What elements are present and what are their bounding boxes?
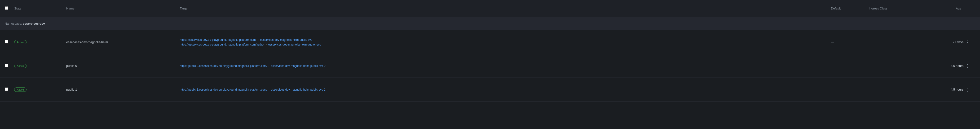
table-body: Active esservices-dev-magnolia-helm http… xyxy=(0,31,980,102)
default-value: — xyxy=(831,88,834,91)
ingress-table: State ↕ Name ↕ Target ↕ Default ↕ Ingres xyxy=(0,0,980,102)
row-checkbox-container xyxy=(5,40,14,44)
table-row: Active public-0 https://public-0.esservi… xyxy=(0,54,980,78)
row-default: — xyxy=(831,40,869,44)
age-value: 4.6 hours xyxy=(951,64,963,68)
resource-name[interactable]: public-1 xyxy=(66,88,77,91)
target-row: https://public-1.esservices-dev.eu-playg… xyxy=(180,88,831,91)
row-checkbox-container xyxy=(5,87,14,92)
target-url[interactable]: https://public-0.esservices-dev.eu-playg… xyxy=(180,64,267,68)
header-name[interactable]: Name ↕ xyxy=(66,6,180,10)
row-target: https://public-1.esservices-dev.eu-playg… xyxy=(180,88,831,91)
namespace-row: Namespace: esservices-dev xyxy=(0,17,980,31)
more-actions-button[interactable]: ⋮ xyxy=(963,39,972,46)
header-default[interactable]: Default ↕ xyxy=(831,6,869,10)
default-value: — xyxy=(831,40,834,44)
row-name: public-1 xyxy=(66,88,180,91)
row-checkbox[interactable] xyxy=(5,64,8,67)
header-age[interactable]: Age ↕ xyxy=(921,6,963,10)
default-header-label: Default xyxy=(831,6,841,10)
row-actions: ⋮ xyxy=(963,86,975,93)
more-actions-button[interactable]: ⋮ xyxy=(963,86,972,93)
age-value: 4.5 hours xyxy=(951,88,963,91)
row-actions: ⋮ xyxy=(963,62,975,69)
header-target[interactable]: Target ↕ xyxy=(180,6,831,10)
age-sort-icon: ↕ xyxy=(962,7,963,10)
state-sort-icon: ↕ xyxy=(22,7,24,10)
ingress-class-sort-icon: ↕ xyxy=(888,7,889,10)
row-actions: ⋮ xyxy=(963,39,975,46)
target-url[interactable]: https://public-1.esservices-dev.eu-playg… xyxy=(180,88,267,91)
target-url[interactable]: https://esservices-dev.eu-playground.mag… xyxy=(180,43,264,46)
header-ingress-class[interactable]: Ingress Class ↕ xyxy=(869,6,921,10)
target-cell: https://public-0.esservices-dev.eu-playg… xyxy=(180,64,831,68)
row-checkbox[interactable] xyxy=(5,87,8,91)
row-target: https://public-0.esservices-dev.eu-playg… xyxy=(180,64,831,68)
header-state[interactable]: State ↕ xyxy=(14,6,66,10)
table-row: Active esservices-dev-magnolia-helm http… xyxy=(0,31,980,54)
target-service: esservices-dev-magnolia-helm-author-svc xyxy=(268,43,321,46)
table-row: Active public-1 https://public-1.esservi… xyxy=(0,78,980,102)
select-all-checkbox-container xyxy=(5,6,14,10)
status-badge: Active xyxy=(14,40,27,44)
target-cell: https://esservices-dev.eu-playground.mag… xyxy=(180,38,831,46)
row-checkbox-container xyxy=(5,64,14,68)
more-actions-button[interactable]: ⋮ xyxy=(963,62,972,69)
row-name: esservices-dev-magnolia-helm xyxy=(66,40,180,44)
target-row: https://esservices-dev.eu-playground.mag… xyxy=(180,38,831,42)
default-value: — xyxy=(831,64,834,68)
target-url[interactable]: https://esservices-dev.eu-playground.mag… xyxy=(180,38,256,42)
target-header-label: Target xyxy=(180,6,188,10)
status-badge: Active xyxy=(14,87,27,92)
target-row: https://esservices-dev.eu-playground.mag… xyxy=(180,43,831,46)
age-value: 21 days xyxy=(953,40,963,44)
state-header-label: State xyxy=(14,6,21,10)
row-age: 21 days xyxy=(921,40,963,44)
namespace-label: Namespace: xyxy=(5,22,22,25)
row-checkbox[interactable] xyxy=(5,40,8,44)
row-default: — xyxy=(831,88,869,91)
ingress-class-header-label: Ingress Class xyxy=(869,6,888,10)
row-state: Active xyxy=(14,87,66,92)
row-age: 4.6 hours xyxy=(921,64,963,68)
resource-name[interactable]: public-0 xyxy=(66,64,77,68)
chevron-right-icon: › xyxy=(266,43,267,46)
chevron-right-icon: › xyxy=(269,64,269,67)
status-badge: Active xyxy=(14,64,27,68)
target-service: esservices-dev-magnolia-helm-public-svc-… xyxy=(271,88,326,91)
target-sort-icon: ↕ xyxy=(189,7,191,10)
row-name: public-0 xyxy=(66,64,180,68)
name-header-label: Name xyxy=(66,6,75,10)
name-sort-icon: ↕ xyxy=(75,7,77,10)
row-target: https://esservices-dev.eu-playground.mag… xyxy=(180,38,831,46)
target-row: https://public-0.esservices-dev.eu-playg… xyxy=(180,64,831,68)
resource-name[interactable]: esservices-dev-magnolia-helm xyxy=(66,40,108,44)
namespace-value: esservices-dev xyxy=(23,22,45,25)
target-service: esservices-dev-magnolia-helm-public-svc xyxy=(260,38,312,42)
target-cell: https://public-1.esservices-dev.eu-playg… xyxy=(180,88,831,91)
row-default: — xyxy=(831,64,869,68)
row-age: 4.5 hours xyxy=(921,88,963,91)
chevron-right-icon: › xyxy=(258,39,259,41)
age-header-label: Age xyxy=(956,6,961,10)
chevron-right-icon: › xyxy=(269,88,269,91)
row-state: Active xyxy=(14,64,66,68)
table-header: State ↕ Name ↕ Target ↕ Default ↕ Ingres xyxy=(0,0,980,17)
default-sort-icon: ↕ xyxy=(842,7,843,10)
target-service: esservices-dev-magnolia-helm-public-svc-… xyxy=(271,64,326,68)
row-state: Active xyxy=(14,40,66,44)
select-all-checkbox[interactable] xyxy=(5,6,8,10)
